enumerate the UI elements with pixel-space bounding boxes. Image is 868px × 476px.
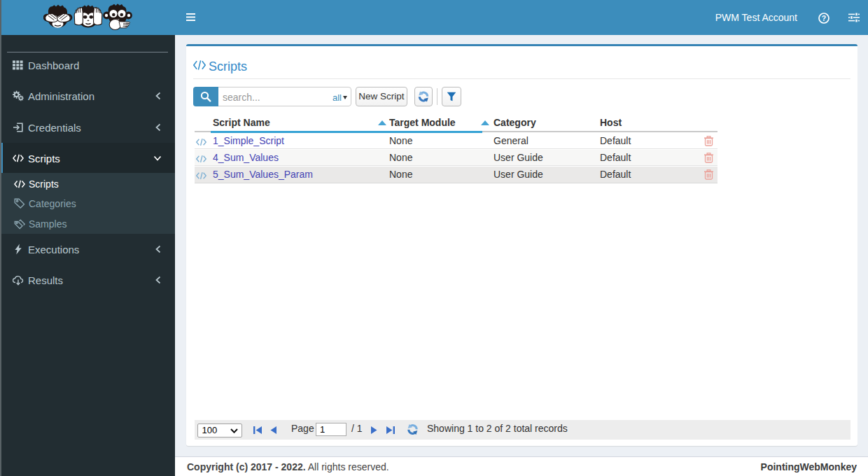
svg-text:?: ? xyxy=(822,14,826,22)
